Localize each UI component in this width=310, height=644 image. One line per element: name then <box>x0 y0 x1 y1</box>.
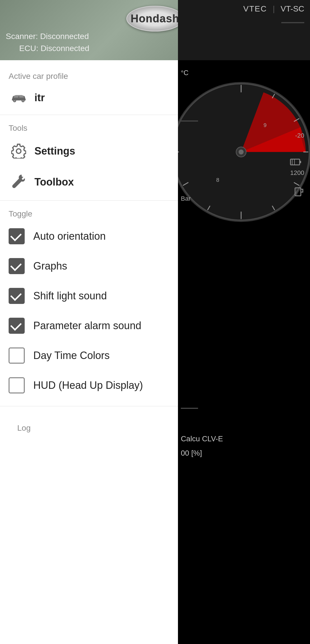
percent-text: 00 [%] <box>181 449 202 458</box>
hud-checkbox[interactable] <box>9 377 25 393</box>
log-section: Log <box>0 406 178 438</box>
hud-label: HUD (Head Up Display) <box>33 379 143 391</box>
battery-icon <box>290 158 301 168</box>
toolbox-label: Toolbox <box>34 176 74 188</box>
graphs-checkbox[interactable] <box>9 258 25 274</box>
header: Hondash Scanner: Disconnected ECU: Disco… <box>0 0 310 60</box>
day-time-colors-checkbox[interactable] <box>9 348 25 364</box>
tools-section: Tools Settings Toolbox <box>0 115 178 201</box>
svg-text:8: 8 <box>216 177 219 183</box>
drawer: Active car profile itr <box>0 60 178 644</box>
scanner-status: Scanner: Disconnected <box>6 30 89 42</box>
svg-rect-20 <box>290 159 300 165</box>
gauge-divider <box>181 120 198 122</box>
parameter-alarm-sound-item[interactable]: Parameter alarm sound <box>0 311 178 341</box>
vtec-label: VTEC <box>243 4 267 13</box>
parameter-alarm-sound-checkbox[interactable] <box>9 318 25 334</box>
auto-orientation-label: Auto orientation <box>33 230 106 242</box>
profile-section-header: Active car profile <box>0 63 178 84</box>
divider-right <box>281 22 304 23</box>
value1200-label: 1200 <box>290 169 304 177</box>
logo-area: Hondash <box>126 6 184 32</box>
svg-rect-21 <box>300 161 301 163</box>
settings-icon <box>9 144 29 159</box>
main-content: Active car profile itr <box>0 60 310 644</box>
gauge-divider-2 <box>181 408 198 409</box>
settings-item[interactable]: Settings <box>0 136 178 167</box>
profile-item[interactable]: itr <box>0 84 178 112</box>
bar-label: Bar <box>181 195 191 202</box>
toggle-section: Toggle Auto orientation Graphs Shift lig… <box>0 201 178 406</box>
fuel-icon <box>293 186 304 200</box>
auto-orientation-item[interactable]: Auto orientation <box>0 221 178 251</box>
tools-section-header: Tools <box>0 115 178 136</box>
right-panel-header: VTEC | VT-SC <box>178 0 310 60</box>
vt-label: VT-SC <box>281 4 304 13</box>
wrench-icon <box>9 175 29 190</box>
svg-point-17 <box>239 149 243 154</box>
ecu-value: Disconnected <box>40 44 89 53</box>
toggle-section-header: Toggle <box>0 201 178 221</box>
car-profile-name: itr <box>34 92 45 104</box>
logo-ellipse: Hondash <box>126 6 184 32</box>
calcu-text: Calcu CLV-E <box>181 434 223 443</box>
scanner-info: Scanner: Disconnected ECU: Disconnected <box>6 30 89 54</box>
log-section-header: Log <box>9 415 169 436</box>
shift-light-sound-label: Shift light sound <box>33 290 107 302</box>
graphs-label: Graphs <box>33 260 67 272</box>
shift-light-sound-item[interactable]: Shift light sound <box>0 281 178 311</box>
day-time-colors-label: Day Time Colors <box>33 350 110 362</box>
day-time-colors-item[interactable]: Day Time Colors <box>0 341 178 370</box>
right-panel-labels: VTEC | VT-SC <box>243 4 304 13</box>
settings-label: Settings <box>34 145 75 157</box>
gauge-area: 8 9 °C -20 1200 Bar Calcu CLV-E 00 [%] <box>178 60 310 644</box>
toolbox-item[interactable]: Toolbox <box>0 167 178 198</box>
scanner-value: Disconnected <box>40 32 89 41</box>
profile-section: Active car profile itr <box>0 60 178 115</box>
app-logo: Hondash <box>131 13 179 25</box>
ecu-status: ECU: Disconnected <box>6 42 89 54</box>
minus20-label: -20 <box>295 132 304 139</box>
auto-orientation-checkbox[interactable] <box>9 228 25 244</box>
temp-unit-label: °C <box>181 69 189 77</box>
scanner-label: Scanner: <box>6 32 38 41</box>
ecu-label: ECU: <box>19 44 38 53</box>
separator: | <box>273 4 275 13</box>
shift-light-sound-checkbox[interactable] <box>9 288 25 304</box>
parameter-alarm-sound-label: Parameter alarm sound <box>33 320 141 332</box>
car-icon <box>9 92 29 104</box>
svg-text:9: 9 <box>264 122 267 128</box>
hud-item[interactable]: HUD (Head Up Display) <box>0 370 178 400</box>
svg-rect-24 <box>295 188 301 196</box>
graphs-item[interactable]: Graphs <box>0 251 178 281</box>
